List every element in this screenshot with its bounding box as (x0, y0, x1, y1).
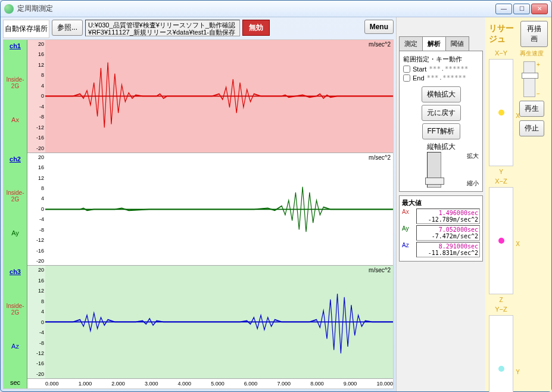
redraw-button[interactable]: 再描画 (520, 21, 548, 47)
lissajous-wrap: X−Y X Y X−Z X Z Y−Z Y (489, 49, 548, 392)
ch3-yaxis: 201612840-4-8-12-16-20 (27, 266, 45, 378)
x-axis: 0.0001.0002.0003.0004.0005.0006.0007.000… (27, 379, 393, 388)
autosave-path: U:¥030_品質管理¥検査¥リリースソフト_動作確認¥RF3¥111127_新… (85, 20, 240, 36)
start-label: Start (413, 66, 426, 73)
ch1-axis: Ax (4, 116, 27, 123)
ch2-labels: ch2 Inside-2G Ay (4, 153, 27, 266)
app-icon (4, 4, 14, 14)
toolbar: 自動保存場所 参照... U:¥030_品質管理¥検査¥リリースソフト_動作確認… (3, 20, 394, 38)
yz-ylabel: Y (516, 369, 520, 375)
ch3-waveform (45, 266, 393, 378)
menu-button[interactable]: Menu (364, 20, 394, 34)
vzoom-out-label: 縮小 (467, 179, 479, 188)
tab-measure[interactable]: 測定 (399, 36, 423, 51)
xz-xlabel: Z (489, 297, 513, 303)
reset-button[interactable]: 元に戻す (422, 105, 461, 121)
ch2-yaxis: 201612840-4-8-12-16-20 (27, 153, 45, 266)
end-label: End (413, 74, 425, 82)
mid-pane: 測定 解析 閾値 範囲指定・キー動作 Start ***.****** End … (396, 17, 485, 391)
lissajous-column: X−Y X Y X−Z X Z Y−Z Y (489, 49, 513, 392)
browse-button[interactable]: 参照... (52, 20, 83, 36)
window: 定周期測定 — ☐ ✕ 自動保存場所 参照... U:¥030_品質管理¥検査¥… (0, 0, 552, 392)
maximize-button[interactable]: ☐ (513, 4, 530, 14)
ch2-inside: Inside-2G (4, 189, 27, 203)
ch1-name[interactable]: ch1 (4, 42, 27, 49)
xz-title: X−Z (489, 178, 513, 185)
plot-ch1[interactable]: 201612840-4-8-12-16-20 m/sec^2 (27, 40, 393, 153)
yz-title: Y−Z (489, 306, 513, 313)
lissajous-xy[interactable]: X (489, 59, 513, 166)
invalid-badge: 無効 (242, 20, 270, 36)
vzoom-in-label: 拡大 (467, 152, 479, 160)
lissajous-title: リサージュ (489, 23, 520, 45)
max-az-label: Az (402, 242, 414, 248)
hzoom-button[interactable]: 横軸拡大 (422, 86, 461, 102)
tab-threshold[interactable]: 閾値 (445, 36, 469, 51)
start-checkbox[interactable] (403, 66, 410, 73)
minus-icon: − (537, 91, 540, 97)
ch3-labels: ch3 Inside-2G Az (4, 266, 27, 379)
content: 自動保存場所 参照... U:¥030_品質管理¥検査¥リリースソフト_動作確認… (1, 17, 551, 391)
analyze-panel: 範囲指定・キー動作 Start ***.****** End ***.*****… (399, 51, 483, 192)
vzoom-box: 縦軸拡大 拡大 縮小 (403, 142, 479, 188)
minimize-button[interactable]: — (495, 4, 512, 14)
yz-dot (498, 366, 504, 372)
ch3-inside: Inside-2G (4, 303, 27, 316)
range-fieldset: 範囲指定・キー動作 Start ***.****** End ***.*****… (403, 55, 479, 82)
xz-dot (498, 238, 504, 244)
speed-slider[interactable] (523, 61, 535, 97)
end-checkbox[interactable] (403, 74, 410, 82)
max-ax-label: Ax (402, 209, 414, 215)
end-value: ***.****** (427, 74, 466, 82)
vzoom-slider[interactable] (427, 152, 441, 188)
ch2-name[interactable]: ch2 (4, 155, 27, 163)
speed-thumb[interactable] (522, 73, 538, 79)
lissajous-xz[interactable]: X (489, 187, 513, 294)
range-title: 範囲指定・キー動作 (403, 55, 479, 64)
max-values-box: 最大値 Ax 1.496000sec -12.789m/sec^2 Ay 7.0… (399, 195, 483, 262)
plus-icon: + (537, 61, 540, 68)
titlebar: 定周期測定 — ☐ ✕ (1, 1, 551, 17)
max-ax-value: 1.496000sec -12.789m/sec^2 (416, 209, 480, 224)
ch1-waveform (45, 40, 393, 153)
max-ay-value: 7.052000sec -7.472m/sec^2 (416, 225, 480, 241)
max-az-value: 8.291000sec -11.831m/sec^2 (416, 242, 480, 257)
channel-labels-column: ch1 Inside-2G Ax ch2 Inside-2G Ay ch3 In… (4, 40, 27, 388)
start-value: ***.****** (429, 65, 468, 73)
ch2-axis: Ay (4, 229, 27, 237)
stop-button[interactable]: 停止 (519, 120, 544, 136)
max-ay-label: Ay (402, 225, 414, 232)
lissajous-yz[interactable]: Y (489, 315, 513, 392)
xy-dot (498, 110, 504, 116)
fft-button[interactable]: FFT解析 (422, 123, 460, 139)
close-button[interactable]: ✕ (531, 4, 548, 14)
chart-area: ch1 Inside-2G Ax ch2 Inside-2G Ay ch3 In… (3, 39, 394, 389)
ch1-yaxis: 201612840-4-8-12-16-20 (27, 40, 45, 153)
xy-title: X−Y (489, 49, 513, 57)
xz-ylabel: X (516, 241, 520, 247)
ch3-name[interactable]: ch3 (4, 268, 27, 275)
plots-column: 201612840-4-8-12-16-20 m/sec^2 201612840… (27, 40, 393, 388)
speed-label: 再生速度 (520, 49, 544, 58)
window-controls: — ☐ ✕ (495, 4, 548, 14)
ch2-waveform (45, 153, 393, 266)
max-title: 最大値 (402, 198, 480, 207)
ch1-labels: ch1 Inside-2G Ax (4, 40, 27, 153)
tab-analyze[interactable]: 解析 (422, 36, 446, 51)
play-controls: 再生速度 + − 再生 停止 (516, 49, 548, 392)
sec-label: sec (4, 379, 27, 388)
autosave-label: 自動保存場所 (3, 20, 49, 38)
plot-ch2[interactable]: 201612840-4-8-12-16-20 m/sec^2 (27, 153, 393, 266)
play-button[interactable]: 再生 (519, 101, 544, 117)
xy-xlabel: Y (489, 169, 513, 175)
left-pane: 自動保存場所 参照... U:¥030_品質管理¥検査¥リリースソフト_動作確認… (1, 17, 396, 391)
xy-ylabel: X (516, 113, 520, 119)
tabs: 測定 解析 閾値 (399, 36, 483, 51)
window-title: 定周期測定 (17, 4, 495, 14)
ch3-axis: Az (4, 343, 27, 350)
analyze-buttons: 横軸拡大 元に戻す FFT解析 (403, 86, 479, 139)
vzoom-thumb[interactable] (425, 178, 444, 185)
lissajous-header: リサージュ 再描画 (489, 21, 548, 47)
vzoom-title: 縦軸拡大 (403, 142, 479, 152)
plot-ch3[interactable]: 201612840-4-8-12-16-20 m/sec^2 (27, 266, 393, 379)
